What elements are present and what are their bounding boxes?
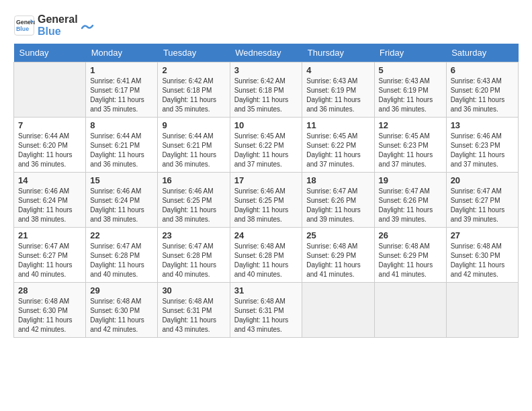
calendar-cell: 20Sunrise: 6:47 AMSunset: 6:27 PMDayligh… — [446, 173, 518, 228]
calendar-cell: 28Sunrise: 6:48 AMSunset: 6:30 PMDayligh… — [14, 283, 86, 338]
calendar-week-row: 7Sunrise: 6:44 AMSunset: 6:20 PMDaylight… — [14, 118, 519, 173]
day-detail: Sunrise: 6:44 AMSunset: 6:20 PMDaylight:… — [18, 132, 81, 169]
calendar-cell: 13Sunrise: 6:46 AMSunset: 6:23 PMDayligh… — [446, 118, 518, 173]
day-detail: Sunrise: 6:43 AMSunset: 6:19 PMDaylight:… — [306, 77, 369, 114]
weekday-header-cell: Monday — [86, 44, 158, 62]
day-number: 7 — [18, 120, 81, 130]
day-number: 14 — [18, 175, 81, 185]
calendar-cell: 29Sunrise: 6:48 AMSunset: 6:30 PMDayligh… — [86, 283, 158, 338]
day-number: 5 — [379, 65, 442, 75]
calendar-body: 1Sunrise: 6:41 AMSunset: 6:17 PMDaylight… — [14, 62, 519, 338]
day-detail: Sunrise: 6:46 AMSunset: 6:24 PMDaylight:… — [90, 187, 153, 224]
calendar-cell: 22Sunrise: 6:47 AMSunset: 6:28 PMDayligh… — [86, 228, 158, 283]
day-number: 6 — [451, 65, 514, 75]
day-number: 29 — [90, 285, 153, 295]
day-detail: Sunrise: 6:45 AMSunset: 6:22 PMDaylight:… — [234, 132, 298, 169]
day-number: 30 — [162, 285, 225, 295]
day-number: 15 — [90, 175, 153, 185]
calendar-cell: 15Sunrise: 6:46 AMSunset: 6:24 PMDayligh… — [86, 173, 158, 228]
day-detail: Sunrise: 6:46 AMSunset: 6:25 PMDaylight:… — [162, 187, 225, 224]
calendar-week-row: 21Sunrise: 6:47 AMSunset: 6:27 PMDayligh… — [14, 228, 519, 283]
calendar-cell — [446, 283, 518, 338]
day-detail: Sunrise: 6:46 AMSunset: 6:23 PMDaylight:… — [451, 132, 514, 169]
weekday-header-cell: Saturday — [446, 44, 518, 62]
day-detail: Sunrise: 6:48 AMSunset: 6:29 PMDaylight:… — [306, 242, 369, 279]
day-number: 1 — [90, 65, 153, 75]
calendar-week-row: 14Sunrise: 6:46 AMSunset: 6:24 PMDayligh… — [14, 173, 519, 228]
calendar-cell: 27Sunrise: 6:48 AMSunset: 6:30 PMDayligh… — [446, 228, 518, 283]
day-number: 23 — [162, 230, 225, 240]
logo: General Blue General Blue — [13, 13, 94, 37]
day-number: 27 — [451, 230, 514, 240]
day-number: 4 — [306, 65, 369, 75]
calendar-cell: 14Sunrise: 6:46 AMSunset: 6:24 PMDayligh… — [14, 173, 86, 228]
logo-text-blue: Blue — [38, 26, 78, 38]
weekday-header-cell: Friday — [374, 44, 446, 62]
calendar-table: SundayMondayTuesdayWednesdayThursdayFrid… — [13, 44, 519, 338]
day-number: 3 — [234, 65, 298, 75]
day-number: 31 — [234, 285, 298, 295]
calendar-week-row: 1Sunrise: 6:41 AMSunset: 6:17 PMDaylight… — [14, 62, 519, 118]
calendar-cell: 6Sunrise: 6:43 AMSunset: 6:20 PMDaylight… — [446, 62, 518, 118]
calendar-cell: 4Sunrise: 6:43 AMSunset: 6:19 PMDaylight… — [302, 62, 374, 118]
calendar-cell: 18Sunrise: 6:47 AMSunset: 6:26 PMDayligh… — [302, 173, 374, 228]
day-detail: Sunrise: 6:48 AMSunset: 6:30 PMDaylight:… — [451, 242, 514, 279]
day-number: 24 — [234, 230, 298, 240]
page-header: General Blue General Blue — [13, 13, 519, 37]
day-detail: Sunrise: 6:47 AMSunset: 6:26 PMDaylight:… — [306, 187, 369, 224]
logo-icon: General Blue — [13, 15, 35, 36]
weekday-header-cell: Thursday — [302, 44, 374, 62]
calendar-cell: 12Sunrise: 6:45 AMSunset: 6:23 PMDayligh… — [374, 118, 446, 173]
day-detail: Sunrise: 6:42 AMSunset: 6:18 PMDaylight:… — [234, 77, 298, 114]
day-detail: Sunrise: 6:48 AMSunset: 6:28 PMDaylight:… — [234, 242, 298, 279]
day-detail: Sunrise: 6:48 AMSunset: 6:29 PMDaylight:… — [379, 242, 442, 279]
day-detail: Sunrise: 6:45 AMSunset: 6:22 PMDaylight:… — [306, 132, 369, 169]
day-detail: Sunrise: 6:48 AMSunset: 6:31 PMDaylight:… — [234, 297, 298, 334]
day-number: 22 — [90, 230, 153, 240]
calendar-cell: 16Sunrise: 6:46 AMSunset: 6:25 PMDayligh… — [158, 173, 230, 228]
day-number: 26 — [379, 230, 442, 240]
day-detail: Sunrise: 6:46 AMSunset: 6:25 PMDaylight:… — [234, 187, 298, 224]
day-detail: Sunrise: 6:47 AMSunset: 6:28 PMDaylight:… — [162, 242, 225, 279]
day-number: 19 — [379, 175, 442, 185]
day-detail: Sunrise: 6:48 AMSunset: 6:30 PMDaylight:… — [18, 297, 81, 334]
day-detail: Sunrise: 6:47 AMSunset: 6:27 PMDaylight:… — [451, 187, 514, 224]
svg-text:General: General — [16, 19, 35, 26]
calendar-cell: 31Sunrise: 6:48 AMSunset: 6:31 PMDayligh… — [230, 283, 302, 338]
day-number: 17 — [234, 175, 298, 185]
day-detail: Sunrise: 6:42 AMSunset: 6:18 PMDaylight:… — [162, 77, 225, 114]
day-number: 10 — [234, 120, 298, 130]
day-number: 18 — [306, 175, 369, 185]
weekday-header-cell: Sunday — [14, 44, 86, 62]
day-detail: Sunrise: 6:47 AMSunset: 6:28 PMDaylight:… — [90, 242, 153, 279]
day-number: 16 — [162, 175, 225, 185]
day-detail: Sunrise: 6:41 AMSunset: 6:17 PMDaylight:… — [90, 77, 153, 114]
calendar-cell: 1Sunrise: 6:41 AMSunset: 6:17 PMDaylight… — [86, 62, 158, 118]
calendar-cell: 10Sunrise: 6:45 AMSunset: 6:22 PMDayligh… — [230, 118, 302, 173]
day-number: 13 — [451, 120, 514, 130]
calendar-cell: 3Sunrise: 6:42 AMSunset: 6:18 PMDaylight… — [230, 62, 302, 118]
calendar-cell: 7Sunrise: 6:44 AMSunset: 6:20 PMDaylight… — [14, 118, 86, 173]
calendar-cell: 25Sunrise: 6:48 AMSunset: 6:29 PMDayligh… — [302, 228, 374, 283]
calendar-cell: 17Sunrise: 6:46 AMSunset: 6:25 PMDayligh… — [230, 173, 302, 228]
calendar-cell — [302, 283, 374, 338]
calendar-cell: 23Sunrise: 6:47 AMSunset: 6:28 PMDayligh… — [158, 228, 230, 283]
day-number: 8 — [90, 120, 153, 130]
day-detail: Sunrise: 6:48 AMSunset: 6:30 PMDaylight:… — [90, 297, 153, 334]
day-detail: Sunrise: 6:45 AMSunset: 6:23 PMDaylight:… — [379, 132, 442, 169]
logo-wave-icon — [81, 19, 94, 32]
day-number: 11 — [306, 120, 369, 130]
weekday-header-cell: Tuesday — [158, 44, 230, 62]
calendar-cell: 2Sunrise: 6:42 AMSunset: 6:18 PMDaylight… — [158, 62, 230, 118]
calendar-cell: 5Sunrise: 6:43 AMSunset: 6:19 PMDaylight… — [374, 62, 446, 118]
day-number: 12 — [379, 120, 442, 130]
day-detail: Sunrise: 6:44 AMSunset: 6:21 PMDaylight:… — [90, 132, 153, 169]
weekday-header-cell: Wednesday — [230, 44, 302, 62]
weekday-header-row: SundayMondayTuesdayWednesdayThursdayFrid… — [14, 44, 519, 62]
day-number: 28 — [18, 285, 81, 295]
day-number: 20 — [451, 175, 514, 185]
day-detail: Sunrise: 6:43 AMSunset: 6:20 PMDaylight:… — [451, 77, 514, 114]
calendar-cell: 21Sunrise: 6:47 AMSunset: 6:27 PMDayligh… — [14, 228, 86, 283]
calendar-cell: 26Sunrise: 6:48 AMSunset: 6:29 PMDayligh… — [374, 228, 446, 283]
calendar-cell: 11Sunrise: 6:45 AMSunset: 6:22 PMDayligh… — [302, 118, 374, 173]
